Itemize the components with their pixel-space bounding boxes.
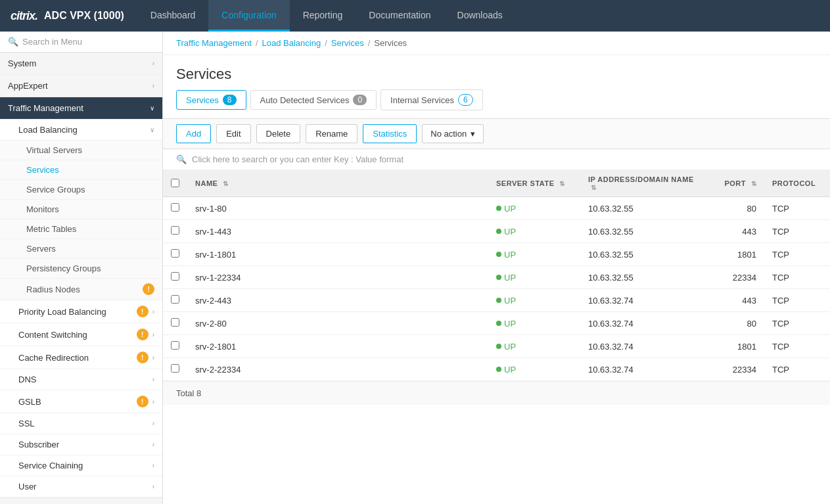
sub-tab-internal[interactable]: Internal Services 6 <box>380 89 483 110</box>
row-checkbox-cell[interactable] <box>163 243 187 266</box>
chevron-right-ssl-icon: › <box>152 420 154 427</box>
sidebar-item-services[interactable]: Services <box>0 160 162 180</box>
content-area: Traffic Management / Load Balancing / Se… <box>163 32 830 504</box>
row-checkbox[interactable] <box>171 318 179 327</box>
product-name: ADC VPX (1000) <box>44 10 124 22</box>
sidebar-item-service-groups[interactable]: Service Groups <box>0 180 162 200</box>
sidebar-item-priority-lb[interactable]: Priority Load Balancing ! › <box>0 300 162 323</box>
breadcrumb: Traffic Management / Load Balancing / Se… <box>163 32 830 55</box>
tab-documentation[interactable]: Documentation <box>356 0 444 32</box>
col-ip-header[interactable]: IP ADDRESS/DOMAIN NAME ⇅ <box>580 170 712 197</box>
search-bar[interactable]: 🔍 Click here to search or you can enter … <box>163 149 830 170</box>
row-checkbox[interactable] <box>171 295 179 304</box>
table-row[interactable]: srv-2-22334 UP 10.63.32.74 22334 TCP <box>163 358 830 381</box>
row-checkbox-cell[interactable] <box>163 197 187 220</box>
select-all-checkbox[interactable] <box>171 179 179 187</box>
sidebar-item-ssl[interactable]: SSL › <box>0 413 162 434</box>
state-dot-icon <box>496 206 501 211</box>
delete-button[interactable]: Delete <box>256 124 301 143</box>
ssl-label: SSL <box>18 419 35 428</box>
state-dot-icon <box>496 229 501 234</box>
table-row[interactable]: srv-1-80 UP 10.63.32.55 80 TCP <box>163 197 830 220</box>
tab-configuration[interactable]: Configuration <box>208 0 289 32</box>
content-switching-label: Content Switching <box>18 330 87 340</box>
gslb-label: GSLB <box>18 397 41 407</box>
row-checkbox-cell[interactable] <box>163 289 187 312</box>
col-checkbox-header[interactable] <box>163 170 187 197</box>
row-ip: 10.63.32.55 <box>580 220 712 243</box>
sub-tab-auto-detected[interactable]: Auto Detected Services 0 <box>250 90 377 110</box>
chevron-right-content-switching-icon: › <box>152 331 154 338</box>
servers-label: Servers <box>26 244 56 254</box>
table-row[interactable]: srv-2-1801 UP 10.63.32.74 1801 TCP <box>163 335 830 358</box>
sub-tab-services[interactable]: Services 8 <box>176 90 246 110</box>
row-checkbox-cell[interactable] <box>163 220 187 243</box>
table-row[interactable]: srv-1-22334 UP 10.63.32.55 22334 TCP <box>163 266 830 289</box>
tab-downloads[interactable]: Downloads <box>444 0 516 32</box>
add-button[interactable]: Add <box>176 124 211 143</box>
sidebar-item-metric-tables[interactable]: Metric Tables <box>0 219 162 239</box>
row-checkbox[interactable] <box>171 272 179 281</box>
row-checkbox[interactable] <box>171 203 179 212</box>
sidebar-item-content-switching[interactable]: Content Switching ! › <box>0 323 162 346</box>
col-port-header[interactable]: PORT ⇅ <box>712 170 764 197</box>
row-state: UP <box>488 312 580 335</box>
breadcrumb-sep-3: / <box>368 38 371 48</box>
row-checkbox[interactable] <box>171 341 179 350</box>
sidebar-item-cache-redirection[interactable]: Cache Redirection ! › <box>0 346 162 369</box>
sidebar-item-subscriber[interactable]: Subscriber › <box>0 434 162 455</box>
row-checkbox-cell[interactable] <box>163 335 187 358</box>
no-action-dropdown[interactable]: No action ▾ <box>422 124 484 143</box>
sidebar-item-servers[interactable]: Servers <box>0 239 162 259</box>
sidebar-item-user[interactable]: User › <box>0 476 162 497</box>
tab-dashboard[interactable]: Dashboard <box>137 0 209 32</box>
col-name-header[interactable]: NAME ⇅ <box>187 170 488 197</box>
row-protocol: TCP <box>764 243 830 266</box>
row-ip: 10.63.32.55 <box>580 266 712 289</box>
sidebar-item-service-chaining[interactable]: Service Chaining › <box>0 455 162 476</box>
services-table: NAME ⇅ SERVER STATE ⇅ IP ADDRESS/DOMAIN … <box>163 170 830 381</box>
row-state: UP <box>488 197 580 220</box>
col-protocol-header: PROTOCOL <box>764 170 830 197</box>
sidebar-item-load-balancing[interactable]: Load Balancing ∨ <box>0 120 162 141</box>
edit-button[interactable]: Edit <box>216 124 250 143</box>
row-name: srv-2-22334 <box>187 358 488 381</box>
table-footer: Total 8 <box>163 381 830 405</box>
row-checkbox-cell[interactable] <box>163 312 187 335</box>
row-checkbox-cell[interactable] <box>163 358 187 381</box>
state-dot-icon <box>496 298 501 303</box>
chevron-down-icon: ∨ <box>150 104 154 112</box>
row-checkbox[interactable] <box>171 364 179 373</box>
row-protocol: TCP <box>764 197 830 220</box>
sidebar-item-dns[interactable]: DNS › <box>0 369 162 390</box>
sidebar-item-monitors[interactable]: Monitors <box>0 200 162 219</box>
sidebar-item-virtual-servers[interactable]: Virtual Servers <box>0 141 162 160</box>
row-checkbox-cell[interactable] <box>163 266 187 289</box>
table-row[interactable]: srv-2-80 UP 10.63.32.74 80 TCP <box>163 312 830 335</box>
chevron-right-icon: › <box>152 60 154 67</box>
sidebar-item-persistency-groups[interactable]: Persistency Groups <box>0 259 162 279</box>
rename-button[interactable]: Rename <box>306 124 357 143</box>
total-label: Total <box>176 388 194 398</box>
col-state-header[interactable]: SERVER STATE ⇅ <box>488 170 580 197</box>
sidebar-item-gslb[interactable]: GSLB ! › <box>0 390 162 413</box>
breadcrumb-services[interactable]: Services <box>331 38 364 48</box>
col-ip-label: IP ADDRESS/DOMAIN NAME <box>588 175 694 183</box>
table-row[interactable]: srv-2-443 UP 10.63.32.74 443 TCP <box>163 289 830 312</box>
sidebar-item-radius-nodes[interactable]: Radius Nodes ! <box>0 279 162 300</box>
sidebar-item-system[interactable]: System › <box>0 53 162 75</box>
tab-reporting[interactable]: Reporting <box>290 0 356 32</box>
sidebar-item-traffic-management[interactable]: Traffic Management ∨ <box>0 97 162 120</box>
row-checkbox[interactable] <box>171 226 179 235</box>
sidebar-item-appexpert[interactable]: AppExpert › <box>0 75 162 97</box>
breadcrumb-load-balancing[interactable]: Load Balancing <box>262 38 321 48</box>
sort-state-icon: ⇅ <box>559 180 565 187</box>
breadcrumb-traffic-management[interactable]: Traffic Management <box>176 38 252 48</box>
sidebar-search[interactable]: 🔍 Search in Menu <box>0 32 162 53</box>
persistency-groups-label: Persistency Groups <box>26 263 101 273</box>
table-row[interactable]: srv-1-1801 UP 10.63.32.55 1801 TCP <box>163 243 830 266</box>
statistics-button[interactable]: Statistics <box>363 124 417 143</box>
table-row[interactable]: srv-1-443 UP 10.63.32.55 443 TCP <box>163 220 830 243</box>
row-checkbox[interactable] <box>171 249 179 258</box>
breadcrumb-current: Services <box>374 38 407 48</box>
